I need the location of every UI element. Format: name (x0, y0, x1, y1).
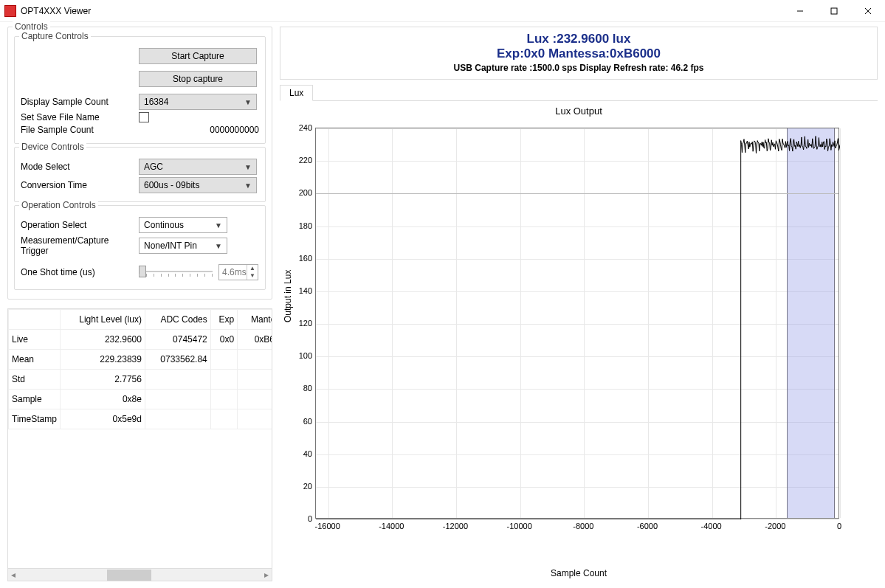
chart-title: Lux Output (280, 106, 878, 117)
conversion-time-value: 600us - 09bits (144, 180, 199, 190)
xtick-label: 0 (837, 522, 841, 530)
table-cell (210, 409, 237, 429)
table-header: Light Level (lux) (61, 310, 145, 330)
conversion-time-select[interactable]: 600us - 09bits ▼ (139, 177, 257, 193)
table-cell: 0x5e9d (61, 409, 145, 429)
operation-controls-group: Operation Controls Operation Select Cont… (14, 205, 266, 290)
ytick-label: 160 (299, 254, 312, 263)
readout-banner: Lux :232.9600 lux Exp:0x0 Mantessa:0xB60… (280, 27, 878, 80)
xtick-label: -16000 (315, 522, 340, 530)
one-shot-time-slider[interactable] (139, 263, 213, 281)
ytick-label: 180 (299, 221, 312, 230)
chevron-down-icon: ▼ (215, 221, 222, 229)
ytick-label: 220 (299, 156, 312, 165)
ytick-label: 240 (299, 123, 312, 132)
table-cell (238, 370, 272, 390)
table-cell (145, 409, 210, 429)
table-horizontal-scrollbar[interactable]: ◂ ▸ (8, 568, 272, 581)
chevron-down-icon: ▼ (244, 163, 252, 171)
capture-controls-legend: Capture Controls (19, 31, 91, 41)
table-cell: Sample (9, 390, 61, 409)
xtick-label: -4000 (701, 522, 722, 530)
operation-select-value: Continous (144, 220, 184, 230)
table-cell: Std (9, 370, 61, 390)
set-save-file-checkbox[interactable] (139, 112, 149, 122)
operation-select[interactable]: Continous ▼ (139, 217, 227, 233)
xtick-label: -2000 (765, 522, 785, 530)
chart-tabs: Lux (280, 84, 878, 101)
chart-xlabel: Sample Count (280, 568, 878, 578)
table-cell: 232.9600 (61, 330, 145, 350)
table-header: ADC Codes (145, 310, 210, 330)
controls-legend: Controls (13, 21, 50, 32)
chart-ylabel: Output in Lux (283, 270, 293, 322)
ytick-label: 140 (299, 286, 312, 295)
chevron-down-icon: ▼ (247, 272, 258, 280)
table-row: Mean229.238390733562.84 (9, 350, 272, 370)
capture-trigger-select[interactable]: None/INT Pin ▼ (139, 238, 227, 254)
banner-rate-line: USB Capture rate :1500.0 sps Display Ref… (280, 63, 877, 73)
mode-select[interactable]: AGC ▼ (139, 159, 257, 175)
one-shot-time-label: One Shot time (us) (21, 267, 139, 277)
start-capture-button[interactable]: Start Capture (139, 48, 257, 64)
table-header: Mantessa (238, 310, 272, 330)
close-button[interactable] (851, 0, 885, 22)
operation-controls-legend: Operation Controls (19, 200, 98, 210)
ytick-label: 60 (303, 417, 312, 426)
conversion-time-label: Conversion Time (21, 180, 139, 190)
table-row: Live232.960007454720x00xB60000x (9, 330, 272, 350)
chevron-down-icon: ▼ (244, 181, 252, 190)
file-sample-count-label: File Sample Count (21, 125, 139, 135)
ytick-label: 0 (308, 514, 312, 523)
mode-select-label: Mode Select (21, 162, 139, 172)
capture-controls-group: Capture Controls Start Capture Stop capt… (14, 36, 266, 144)
table-cell (238, 409, 272, 429)
table-row: Std2.7756 (9, 370, 272, 390)
ytick-label: 80 (303, 384, 312, 392)
table-cell (210, 390, 237, 409)
file-sample-count-value: 0000000000 (210, 125, 259, 135)
ytick-label: 120 (299, 319, 312, 328)
stop-capture-button[interactable]: Stop capture (139, 71, 257, 87)
lux-chart[interactable]: Lux Output Output in Lux 020406080100120… (280, 101, 878, 581)
scrollbar-thumb[interactable] (107, 570, 151, 581)
display-sample-count-select[interactable]: 16384 ▼ (139, 94, 257, 110)
table-row: TimeStamp0x5e9d (9, 409, 272, 429)
one-shot-time-spinner[interactable]: 4.6ms ▲▼ (218, 264, 258, 280)
table-cell (145, 390, 210, 409)
capture-trigger-value: None/INT Pin (144, 241, 197, 251)
set-save-file-label: Set Save File Name (21, 112, 139, 122)
xtick-label: -12000 (443, 522, 468, 530)
xtick-label: -6000 (637, 522, 658, 530)
tab-lux[interactable]: Lux (280, 85, 313, 101)
operation-select-label: Operation Select (21, 220, 139, 230)
table-header (9, 310, 61, 330)
banner-exp-line: Exp:0x0 Mantessa:0xB6000 (280, 46, 877, 61)
chevron-up-icon: ▲ (247, 265, 258, 272)
device-controls-legend: Device Controls (19, 142, 86, 152)
maximize-button[interactable] (817, 0, 851, 22)
table-cell (238, 390, 272, 409)
table-cell (210, 350, 237, 370)
table-cell: Mean (9, 350, 61, 370)
ytick-label: 20 (303, 482, 312, 491)
table-cell: 2.7756 (61, 370, 145, 390)
ytick-label: 100 (299, 351, 312, 360)
table-cell: 229.23839 (61, 350, 145, 370)
capture-trigger-label: Measurement/Capture Trigger (21, 235, 139, 256)
title-bar: OPT4XXX Viewer (0, 0, 885, 22)
one-shot-time-value: 4.6ms (219, 267, 247, 277)
table-cell: 0x8e (61, 390, 145, 409)
ytick-label: 40 (303, 449, 312, 458)
chevron-right-icon: ▸ (261, 570, 272, 580)
chevron-left-icon: ◂ (8, 570, 18, 580)
minimize-button[interactable] (783, 0, 817, 22)
table-cell: 0745472 (145, 330, 210, 350)
xtick-label: -8000 (573, 522, 593, 530)
table-cell: 0xB6000 (238, 330, 272, 350)
table-cell (238, 350, 272, 370)
mode-select-value: AGC (144, 162, 163, 172)
banner-lux-line: Lux :232.9600 lux (280, 32, 877, 46)
table-cell: Live (9, 330, 61, 350)
svg-rect-1 (831, 8, 837, 14)
